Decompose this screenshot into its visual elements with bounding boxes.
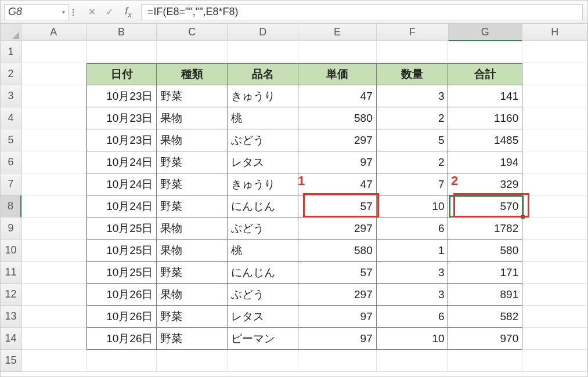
cell-C8[interactable]: 野菜 [157,195,228,217]
cell-H8[interactable] [522,195,587,217]
cell-C9[interactable]: 果物 [157,217,228,240]
row-header-9[interactable]: 9 [1,217,21,240]
cell-F3[interactable]: 3 [377,85,449,107]
cell-C4[interactable]: 果物 [157,107,228,129]
cell-B5[interactable]: 10月23日 [86,129,157,151]
col-header-B[interactable]: B [86,24,157,41]
cell-F9[interactable]: 6 [377,217,449,240]
cell-F1[interactable] [377,41,449,63]
col-header-H[interactable]: H [522,24,587,41]
row-header-2[interactable]: 2 [1,63,21,85]
cell-G3[interactable]: 141 [448,85,522,107]
spreadsheet-grid[interactable]: A B C D E F G H 1 2 [1,24,587,376]
col-header-F[interactable]: F [377,24,449,41]
cell-A10[interactable] [21,240,86,262]
row-header-4[interactable]: 4 [1,107,21,129]
row-header-15[interactable]: 15 [1,350,21,372]
cell-D10[interactable]: 桃 [228,240,298,262]
cell-E9[interactable]: 297 [298,217,377,240]
cell-C10[interactable]: 果物 [157,240,228,262]
cell-C13[interactable]: 野菜 [157,306,228,328]
cell-D15[interactable] [228,350,298,372]
cell-F11[interactable]: 3 [377,262,449,284]
select-all-corner[interactable] [1,24,21,41]
cell-F5[interactable]: 5 [377,129,449,151]
row-header-5[interactable]: 5 [1,129,21,151]
cell-G8[interactable]: 570 [448,195,522,217]
cell-E1[interactable] [298,41,377,63]
row-header-1[interactable]: 1 [1,41,21,63]
row-header-6[interactable]: 6 [1,151,21,173]
cell-B10[interactable]: 10月25日 [86,240,157,262]
cell-D4[interactable]: 桃 [228,107,298,129]
cell-A5[interactable] [21,129,86,151]
col-header-G[interactable]: G [449,24,523,41]
col-header-C[interactable]: C [157,24,228,41]
cell-B2[interactable]: 日付 [86,63,157,85]
cell-B12[interactable]: 10月26日 [86,284,157,306]
cell-F7[interactable]: 7 [377,173,449,195]
cell-E6[interactable]: 97 [298,151,377,173]
cell-D2[interactable]: 品名 [228,63,298,85]
cell-G1[interactable] [448,41,522,63]
cell-B1[interactable] [86,41,157,63]
cell-G11[interactable]: 171 [448,262,522,284]
cell-H4[interactable] [522,107,587,129]
cell-D13[interactable]: レタス [228,306,298,328]
cell-F8[interactable]: 10 [377,195,449,217]
cell-A2[interactable] [21,63,86,85]
cell-A6[interactable] [21,151,86,173]
cell-G14[interactable]: 970 [448,328,522,350]
cell-D7[interactable]: きゅうり [228,173,298,195]
cell-F10[interactable]: 1 [377,240,449,262]
cell-E4[interactable]: 580 [298,107,377,129]
row-header-11[interactable]: 11 [1,262,21,284]
fx-button[interactable]: fx [118,5,139,19]
cell-F15[interactable] [377,350,449,372]
cell-C5[interactable]: 果物 [157,129,228,151]
row-header-8[interactable]: 8 [1,195,21,217]
cell-C6[interactable]: 野菜 [157,151,228,173]
enter-formula-button[interactable]: ✓ [100,6,118,17]
cell-C7[interactable]: 野菜 [157,173,228,195]
cell-E7[interactable]: 47 [298,173,377,195]
cell-A9[interactable] [21,217,86,240]
cell-G9[interactable]: 1782 [448,217,522,240]
cell-E10[interactable]: 580 [298,240,377,262]
cell-B6[interactable]: 10月24日 [86,151,157,173]
cell-F6[interactable]: 2 [377,151,449,173]
cell-C11[interactable]: 野菜 [157,262,228,284]
cell-F12[interactable]: 3 [377,284,449,306]
cell-E11[interactable]: 57 [298,262,377,284]
cell-A13[interactable] [21,306,86,328]
cell-A4[interactable] [21,107,86,129]
cell-C14[interactable]: 野菜 [157,328,228,350]
cell-D9[interactable]: ぶどう [228,217,298,240]
cell-D5[interactable]: ぶどう [228,129,298,151]
cell-G12[interactable]: 891 [448,284,522,306]
cell-G2[interactable]: 合計 [448,63,522,85]
cell-E13[interactable]: 97 [298,306,377,328]
cell-C15[interactable] [157,350,228,372]
cell-E14[interactable]: 97 [298,328,377,350]
cell-D11[interactable]: にんじん [228,262,298,284]
cell-E2[interactable]: 単価 [298,63,377,85]
cell-A15[interactable] [21,350,86,372]
col-header-E[interactable]: E [298,24,377,41]
cell-B11[interactable]: 10月25日 [86,262,157,284]
cell-A1[interactable] [21,41,86,63]
cell-H2[interactable] [522,63,587,85]
cell-B7[interactable]: 10月24日 [86,173,157,195]
cell-C12[interactable]: 果物 [157,284,228,306]
row-header-3[interactable]: 3 [1,85,21,107]
cell-D6[interactable]: レタス [228,151,298,173]
cell-B4[interactable]: 10月23日 [86,107,157,129]
cell-A11[interactable] [21,262,86,284]
cell-E15[interactable] [298,350,377,372]
cell-D8[interactable]: にんじん [228,195,298,217]
cell-G15[interactable] [448,350,522,372]
cell-D3[interactable]: きゅうり [228,85,298,107]
cell-H7[interactable] [522,173,587,195]
cell-H6[interactable] [522,151,587,173]
row-header-13[interactable]: 13 [1,306,21,328]
